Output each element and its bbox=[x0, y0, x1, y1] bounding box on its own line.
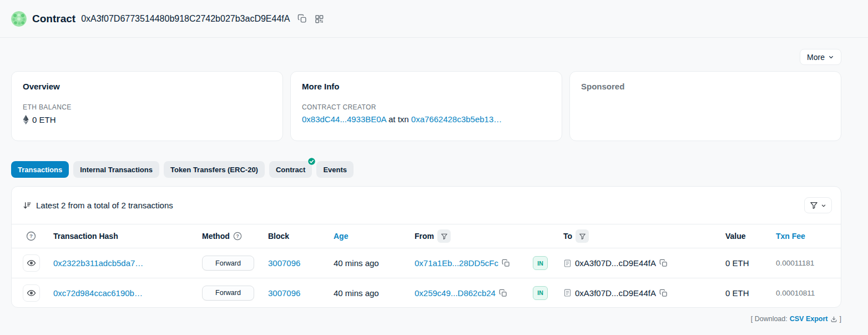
chevron-down-icon bbox=[821, 203, 826, 208]
download-icon bbox=[830, 316, 837, 323]
creator-address-link[interactable]: 0x83dC44...4933BE0A bbox=[302, 114, 386, 124]
transaction-row: 0x2322b311adcb5da7… Forward 3007096 40 m… bbox=[12, 248, 841, 278]
tab-events[interactable]: Events bbox=[316, 161, 354, 178]
direction-badge: IN bbox=[533, 286, 548, 300]
copy-icon[interactable] bbox=[659, 259, 668, 267]
table-summary: Latest 2 from a total of 2 transactions bbox=[23, 201, 173, 210]
download-row: [ Download: CSV Export ] bbox=[11, 315, 841, 323]
tab-token-transfers[interactable]: Token Transfers (ERC-20) bbox=[164, 161, 265, 178]
from-filter-button[interactable] bbox=[437, 229, 451, 243]
eth-balance-value: 0 ETH bbox=[32, 115, 56, 124]
document-icon bbox=[563, 288, 572, 297]
txn-hash-link[interactable]: 0x2322b311adcb5da7… bbox=[53, 258, 143, 268]
funnel-icon bbox=[810, 201, 818, 209]
download-prefix: [ Download: bbox=[751, 315, 788, 323]
page-header: Contract 0xA3f07D6773514480b918C2742b027… bbox=[0, 0, 868, 38]
transactions-panel: Latest 2 from a total of 2 transactions … bbox=[11, 186, 841, 308]
svg-text:?: ? bbox=[29, 233, 33, 239]
contract-creator-label: CONTRACT CREATOR bbox=[302, 103, 551, 111]
to-filter-button[interactable] bbox=[576, 229, 589, 243]
col-header-age[interactable]: Age bbox=[334, 232, 415, 241]
more-button-label: More bbox=[807, 53, 825, 62]
from-address-link[interactable]: 0x71a1Eb...28DD5cFc bbox=[415, 258, 498, 268]
age-text: 40 mins ago bbox=[334, 288, 379, 298]
funnel-icon bbox=[579, 233, 586, 240]
csv-export-link[interactable]: CSV Export bbox=[790, 315, 828, 323]
method-badge[interactable]: Forward bbox=[202, 256, 254, 271]
col-header-from: From bbox=[415, 229, 563, 243]
action-row: More bbox=[11, 49, 841, 65]
creator-conn-text: at txn bbox=[388, 114, 409, 124]
method-badge[interactable]: Forward bbox=[202, 286, 254, 301]
col-header-block: Block bbox=[268, 232, 334, 241]
contract-address: 0xA3f07D6773514480b918C2742b027b3acD9E44… bbox=[81, 14, 290, 24]
eye-preview-button[interactable] bbox=[23, 284, 40, 302]
from-address-link[interactable]: 0x259c49...D862cb24 bbox=[415, 288, 496, 298]
block-link[interactable]: 3007096 bbox=[268, 288, 300, 298]
creator-txn-link[interactable]: 0xa7662428c3b5eb13… bbox=[411, 114, 502, 124]
copy-icon[interactable] bbox=[499, 289, 507, 297]
sort-desc-icon bbox=[23, 201, 32, 210]
age-text: 40 mins ago bbox=[334, 258, 379, 268]
eye-preview-button[interactable] bbox=[23, 254, 40, 272]
tab-label: Internal Transactions bbox=[80, 166, 153, 174]
table-filter-button[interactable] bbox=[804, 197, 832, 213]
col-header-hash: Transaction Hash bbox=[53, 232, 202, 241]
more-info-card-title: More Info bbox=[302, 82, 551, 91]
to-address: 0xA3f07D...cD9E44fA bbox=[575, 288, 656, 298]
sponsored-card: Sponsored bbox=[569, 71, 841, 141]
txn-fee-text: 0.00011181 bbox=[776, 259, 814, 267]
value-text: 0 ETH bbox=[725, 258, 749, 268]
tab-label: Token Transfers (ERC-20) bbox=[170, 166, 258, 174]
funnel-icon bbox=[441, 233, 448, 240]
qr-code-icon[interactable] bbox=[315, 14, 324, 23]
question-circle-icon[interactable]: ? bbox=[233, 232, 242, 241]
page-title: Contract bbox=[32, 13, 75, 25]
to-address: 0xA3f07D...cD9E44fA bbox=[575, 258, 656, 268]
col-header-value: Value bbox=[725, 232, 776, 241]
txn-fee-text: 0.00010811 bbox=[776, 289, 815, 297]
tab-transactions[interactable]: Transactions bbox=[11, 161, 69, 178]
transaction-row: 0xc72d984ccac6190b… Forward 3007096 40 m… bbox=[12, 278, 841, 307]
download-suffix: ] bbox=[840, 315, 841, 323]
txn-hash-link[interactable]: 0xc72d984ccac6190b… bbox=[53, 288, 143, 298]
more-info-card: More Info CONTRACT CREATOR 0x83dC44...49… bbox=[290, 71, 562, 141]
copy-icon[interactable] bbox=[502, 259, 510, 267]
tab-label: Contract bbox=[276, 166, 305, 174]
copy-icon[interactable] bbox=[297, 14, 307, 23]
svg-text:?: ? bbox=[236, 233, 239, 239]
question-circle-icon[interactable]: ? bbox=[26, 231, 36, 241]
direction-badge: IN bbox=[533, 256, 548, 270]
tab-label: Transactions bbox=[18, 166, 62, 174]
tab-internal-transactions[interactable]: Internal Transactions bbox=[73, 161, 159, 178]
tab-contract[interactable]: Contract bbox=[269, 161, 312, 178]
tab-label: Events bbox=[323, 166, 347, 174]
value-text: 0 ETH bbox=[725, 288, 749, 298]
more-button[interactable]: More bbox=[800, 49, 841, 65]
eye-icon bbox=[27, 288, 36, 298]
contract-avatar bbox=[11, 11, 27, 27]
col-header-method: Method ? bbox=[202, 232, 268, 241]
overview-card: Overview ETH BALANCE 0 ETH bbox=[11, 71, 283, 141]
col-header-to: To bbox=[563, 229, 725, 243]
copy-icon[interactable] bbox=[659, 289, 668, 297]
chevron-down-icon bbox=[828, 54, 834, 60]
info-cards: Overview ETH BALANCE 0 ETH More Info CON… bbox=[11, 71, 841, 141]
col-header-fee[interactable]: Txn Fee bbox=[776, 232, 841, 241]
sponsored-card-title: Sponsored bbox=[581, 82, 830, 91]
block-link[interactable]: 3007096 bbox=[268, 258, 300, 268]
document-icon bbox=[563, 259, 572, 268]
tab-bar: Transactions Internal Transactions Token… bbox=[11, 161, 841, 178]
eth-diamond-icon bbox=[23, 115, 29, 124]
overview-card-title: Overview bbox=[23, 82, 271, 91]
table-header-row: ? Transaction Hash Method ? Block Age Fr… bbox=[12, 224, 841, 248]
eth-balance-label: ETH BALANCE bbox=[23, 103, 271, 111]
table-summary-text: Latest 2 from a total of 2 transactions bbox=[36, 201, 173, 210]
eye-icon bbox=[27, 258, 36, 268]
verified-check-badge-icon bbox=[307, 157, 316, 166]
